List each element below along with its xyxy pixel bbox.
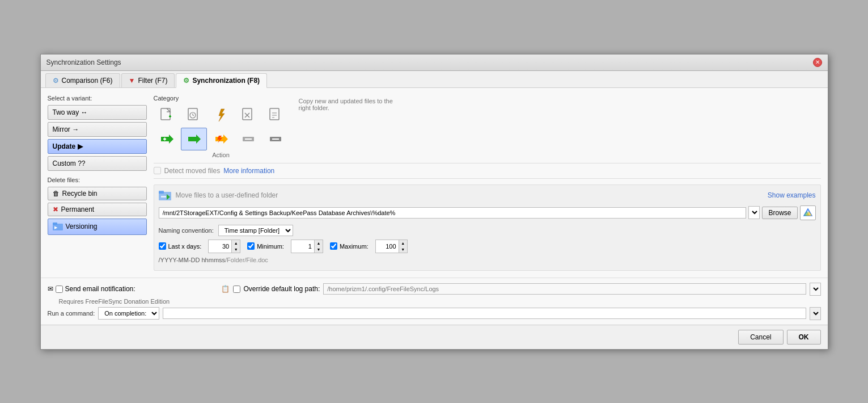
maximum-input[interactable] — [376, 242, 399, 251]
show-examples-link[interactable]: Show examples — [768, 191, 816, 199]
maximum-text: Maximum: — [340, 243, 369, 250]
naming-row: Naming convention: Time stamp [Folder] T… — [159, 225, 816, 236]
maximum-checkbox[interactable] — [330, 242, 337, 250]
donation-row: Requires FreeFileSync Donation Edition — [48, 298, 821, 305]
log-path-dropdown[interactable]: ▼ — [810, 283, 821, 296]
action-icon-green-plus[interactable] — [154, 128, 180, 150]
cat-icon-delete[interactable] — [235, 104, 261, 127]
minimum-down[interactable]: ▼ — [315, 246, 323, 253]
command-dropdown[interactable]: ▼ — [810, 307, 821, 320]
category-icons-row — [154, 104, 289, 127]
description-text: Copy new and updated files to the right … — [299, 98, 401, 158]
delete-file-icon — [240, 107, 256, 123]
variant-update[interactable]: Update ▶ — [48, 139, 147, 154]
naming-convention-label: Naming convention: — [159, 227, 214, 234]
log-checkbox[interactable] — [233, 286, 240, 293]
folder-path-input[interactable] — [159, 207, 747, 219]
filter-icon: ▼ — [129, 77, 136, 85]
cat-icon-new[interactable] — [154, 104, 180, 127]
permanent-label: Permanent — [61, 205, 95, 213]
tab-filter[interactable]: ▼ Filter (F7) — [121, 73, 175, 87]
folder-path-dropdown-arrow[interactable]: ▼ — [748, 206, 760, 219]
delete-files-label: Delete files: — [48, 177, 147, 183]
tab-synchronization[interactable]: ⚙ Synchronization (F8) — [176, 73, 267, 88]
minimum-arrows: ▲ ▼ — [314, 240, 323, 253]
maximum-up[interactable]: ▲ — [399, 240, 407, 246]
versioning-icon: ▶ — [53, 221, 63, 232]
right-panel: Category — [154, 95, 821, 271]
action-label: Action — [154, 152, 289, 158]
action-icon-green-arrow[interactable] — [181, 128, 207, 150]
send-email-label: Send email notification: — [65, 285, 136, 293]
action-icon-lightning[interactable] — [208, 128, 234, 150]
variant-two-way[interactable]: Two way ↔ — [48, 105, 147, 120]
last-x-days-arrows: ▲ ▼ — [231, 240, 240, 253]
maximum-arrows: ▲ ▼ — [399, 240, 407, 253]
maximum-down[interactable]: ▼ — [399, 246, 407, 253]
delete-permanent[interactable]: ✖ Permanent — [48, 203, 147, 216]
options-row: Last x days: ▲ ▼ Minimum: — [159, 240, 816, 253]
more-information-link[interactable]: More information — [223, 167, 274, 175]
last-x-days-checkbox[interactable] — [159, 242, 166, 250]
maximum-label: Maximum: — [330, 242, 369, 250]
cat-icon-bolt[interactable] — [208, 104, 234, 127]
delete-versioning[interactable]: ▶ Versioning — [48, 219, 147, 235]
variant-mirror[interactable]: Mirror → — [48, 122, 147, 137]
last-x-days-input[interactable] — [209, 242, 231, 251]
move-files-label: Move files to a user-defined folder — [176, 191, 278, 199]
versioning-folder-icon — [159, 190, 172, 201]
run-command-select[interactable]: On completion: Before sync: After sync: — [98, 307, 159, 320]
detect-moved-checkbox[interactable] — [154, 167, 161, 174]
title-bar: Synchronization Settings ✕ — [41, 54, 828, 71]
variant-custom[interactable]: Custom ?? — [48, 156, 147, 171]
versioning-header: Move files to a user-defined folder Show… — [159, 190, 816, 201]
gdrive-icon — [803, 208, 813, 218]
green-arrow-icon — [186, 131, 202, 147]
svg-marker-10 — [219, 109, 225, 121]
browse-button[interactable]: Browse — [762, 207, 797, 219]
minimum-input[interactable] — [291, 242, 314, 251]
ok-button[interactable]: OK — [787, 330, 821, 345]
comparison-icon: ⚙ — [53, 77, 59, 85]
action-icon-minus2[interactable] — [262, 128, 289, 150]
cat-icon-clock[interactable] — [181, 104, 207, 127]
action-icon-minus1[interactable] — [235, 128, 261, 150]
donation-text: Requires FreeFileSync Donation Edition — [59, 298, 170, 305]
minus-box-icon-2 — [268, 131, 283, 147]
path-preview-suffix: /Folder/File.doc — [225, 257, 268, 263]
sync-icon: ⚙ — [183, 77, 189, 85]
log-path-input[interactable] — [323, 283, 806, 295]
tab-comparison[interactable]: ⚙ Comparison (F6) — [45, 73, 120, 87]
naming-convention-select[interactable]: Time stamp [Folder] Time stamp [File] Re… — [218, 225, 293, 236]
category-label: Category — [154, 95, 289, 102]
svg-marker-22 — [215, 135, 228, 144]
tab-filter-label: Filter (F7) — [138, 77, 167, 85]
override-log-label: Override default log path: — [244, 285, 320, 293]
main-content: Select a variant: Two way ↔ Mirror → Upd… — [41, 88, 828, 278]
gdrive-button[interactable] — [800, 205, 816, 220]
run-command-label: Run a command: — [48, 310, 95, 317]
cancel-button[interactable]: Cancel — [738, 330, 783, 345]
command-input[interactable] — [163, 308, 806, 319]
delete-recycle-bin[interactable]: 🗑 Recycle bin — [48, 187, 147, 200]
cat-icon-file[interactable] — [262, 104, 289, 127]
last-x-days-up[interactable]: ▲ — [232, 240, 240, 246]
lightning-arrow-icon — [213, 131, 229, 147]
minimum-up[interactable]: ▲ — [315, 240, 323, 246]
file-icon — [268, 107, 283, 123]
tab-comparison-label: Comparison (F6) — [62, 77, 113, 85]
action-icons-row — [154, 128, 289, 150]
log-icon: 📋 — [221, 285, 230, 293]
versioning-title: Move files to a user-defined folder — [159, 190, 278, 201]
close-button[interactable]: ✕ — [813, 58, 822, 67]
svg-rect-14 — [270, 108, 279, 120]
path-preview-date: /YYYY-MM-DD hhmmss — [159, 257, 226, 263]
last-x-days-down[interactable]: ▼ — [232, 246, 240, 253]
green-plus-arrow-icon — [159, 131, 175, 147]
email-checkbox[interactable] — [56, 286, 63, 293]
dialog: Synchronization Settings ✕ ⚙ Comparison … — [40, 54, 828, 350]
folder-path-row: ▼ Browse — [159, 205, 816, 220]
minimum-checkbox[interactable] — [247, 242, 255, 250]
log-row: 📋 Override default log path: ▼ — [221, 283, 821, 296]
new-file-icon — [159, 107, 175, 123]
